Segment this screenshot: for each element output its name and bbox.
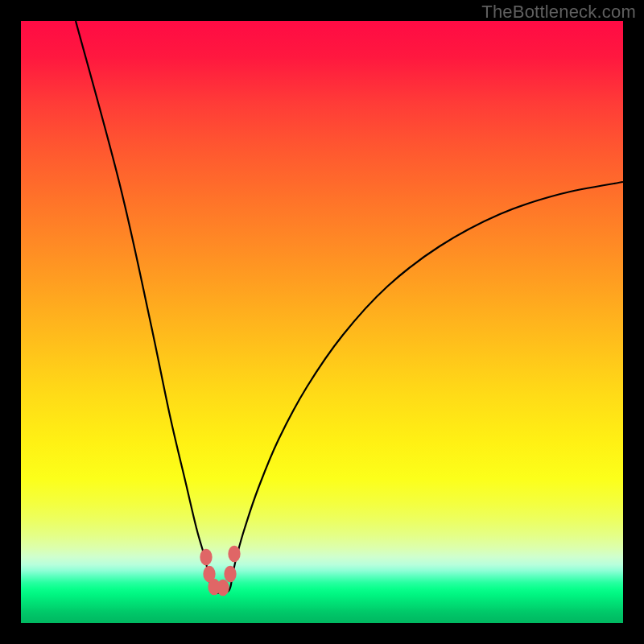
chart-frame: TheBottleneck.com xyxy=(0,0,644,644)
curve-marker xyxy=(200,549,212,566)
curve-marker xyxy=(228,546,240,563)
curve-layer xyxy=(21,21,623,623)
curve-marker xyxy=(217,580,229,597)
watermark-text: TheBottleneck.com xyxy=(481,2,636,23)
bottleneck-curve xyxy=(76,21,623,593)
curve-marker xyxy=(224,566,236,583)
marker-group xyxy=(200,546,240,597)
plot-area xyxy=(21,21,623,623)
